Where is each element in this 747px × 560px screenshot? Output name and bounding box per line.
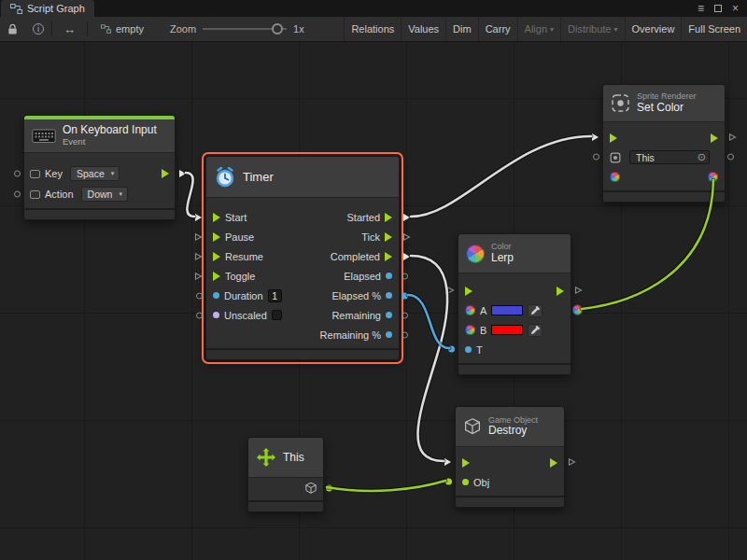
port-elapsed-out[interactable] (402, 273, 408, 280)
wire-this-to-destroy-obj[interactable] (327, 481, 445, 491)
graph-canvas[interactable]: On Keyboard Input Event Key Space ▾ Acti… (0, 42, 747, 560)
flow-in-arrow[interactable] (610, 133, 617, 143)
flow-in-arrow[interactable] (213, 252, 220, 261)
flow-out-arrow[interactable] (557, 287, 564, 296)
eyedropper-button[interactable] (528, 304, 543, 317)
node-header[interactable]: Game Object Destroy (456, 407, 564, 447)
node-this[interactable]: This (247, 437, 324, 512)
flow-in-arrow[interactable] (213, 272, 220, 281)
window-close-icon[interactable]: × (732, 3, 739, 14)
port-remaining-pct-out[interactable] (402, 332, 408, 339)
color-port-icon[interactable] (465, 305, 475, 315)
float-port-dot[interactable] (213, 292, 219, 299)
float-port-dot[interactable] (386, 312, 392, 318)
trigger-flow-arrow[interactable] (162, 169, 169, 178)
gameobject-port-dot[interactable] (462, 479, 469, 485)
toolbar-button-carry[interactable]: Carry (478, 17, 517, 41)
fit-width-button[interactable]: ↔ (52, 17, 87, 41)
color-swatch-a[interactable] (491, 305, 523, 315)
object-picker-icon[interactable]: ⊙ (698, 152, 706, 162)
bool-port-dot[interactable] (213, 312, 219, 318)
port-result-out[interactable] (572, 305, 583, 315)
port-resume-in[interactable] (194, 252, 203, 261)
float-port-dot[interactable] (386, 292, 392, 299)
tab-script-graph[interactable]: Script Graph (1, 0, 94, 17)
port-obj-in[interactable] (445, 479, 452, 485)
node-timer[interactable]: Timer Start Started Pause Tick Resume Co… (205, 156, 400, 360)
node-header[interactable]: Sprite Renderer Set Color (603, 85, 725, 122)
flow-out-arrow[interactable] (550, 458, 557, 468)
node-header[interactable]: Color Lerp (458, 234, 571, 273)
float-port-dot[interactable] (386, 273, 392, 279)
window-maximize-icon[interactable] (714, 5, 722, 12)
flow-out-arrow[interactable] (385, 213, 392, 222)
toolbar-button-dim[interactable]: Dim (445, 17, 478, 41)
flow-out-arrow[interactable] (385, 232, 392, 242)
port-duration-in[interactable] (196, 293, 203, 300)
toolbar-button-relations[interactable]: Relations (344, 17, 401, 41)
flow-out-arrow[interactable] (385, 252, 392, 261)
port-renderer-out[interactable] (727, 154, 734, 161)
toolbar-button-overview[interactable]: Overview (625, 17, 682, 41)
duration-value-field[interactable]: 1 (268, 289, 282, 302)
eyedropper-button[interactable] (528, 324, 543, 337)
lock-button[interactable] (0, 17, 25, 41)
target-object-field[interactable]: This ⊙ (629, 150, 710, 164)
graph-reference[interactable]: empty (101, 23, 144, 35)
port-unscaled-in[interactable] (196, 313, 203, 319)
wire-keyboard-to-timer-start[interactable] (186, 173, 194, 217)
port-flow-out[interactable] (728, 133, 737, 142)
port-t-in[interactable] (448, 346, 455, 353)
port-this-out[interactable] (326, 485, 332, 492)
port-elapsed-pct-out[interactable] (402, 293, 408, 300)
port-key-in[interactable] (14, 171, 21, 177)
float-port-dot[interactable] (465, 346, 472, 353)
info-button[interactable]: i (25, 17, 51, 41)
port-flow-in[interactable] (446, 286, 455, 295)
flow-in-arrow[interactable] (213, 213, 220, 222)
port-remaining-out[interactable] (402, 313, 408, 319)
node-on-keyboard-input[interactable]: On Keyboard Input Event Key Space ▾ Acti… (23, 115, 176, 220)
port-started-out[interactable] (402, 213, 411, 222)
wire-elapsed-pct-to-lerp-t[interactable] (408, 295, 449, 348)
node-header[interactable]: On Keyboard Input Event (24, 119, 175, 153)
toolbar-button-fullscreen[interactable]: Full Screen (681, 17, 747, 41)
zoom-slider-thumb[interactable] (272, 23, 283, 35)
flow-in-arrow[interactable] (213, 232, 220, 242)
flow-in-arrow[interactable] (465, 287, 472, 296)
port-flow-in[interactable] (444, 457, 452, 467)
gameobject-cube-icon[interactable] (304, 482, 317, 495)
color-port-icon[interactable] (465, 325, 475, 335)
unscaled-checkbox[interactable] (272, 310, 282, 320)
port-flow-out[interactable] (574, 286, 583, 295)
port-action-in[interactable] (14, 191, 21, 198)
node-color-lerp[interactable]: Color Lerp A B (458, 233, 571, 375)
port-tick-out[interactable] (402, 232, 411, 242)
key-dropdown[interactable]: Space ▾ (70, 166, 120, 181)
port-label-resume: Resume (225, 251, 263, 262)
port-pause-in[interactable] (194, 232, 203, 242)
color-input-port-icon[interactable] (610, 172, 620, 182)
toolbar-button-values[interactable]: Values (401, 17, 445, 41)
float-port-dot[interactable] (386, 331, 392, 338)
node-header[interactable]: Timer (206, 157, 399, 198)
window-menu-icon[interactable]: ≡ (698, 3, 704, 14)
port-flow-out[interactable] (568, 457, 576, 467)
color-port-icon[interactable] (708, 172, 718, 182)
node-set-color[interactable]: Sprite Renderer Set Color This ⊙ (602, 84, 726, 203)
wire-timer-completed-to-destroy[interactable] (411, 256, 447, 461)
port-start-in[interactable] (194, 213, 203, 222)
node-destroy[interactable]: Game Object Destroy Obj (455, 406, 565, 508)
port-target-in[interactable] (593, 154, 599, 161)
node-header[interactable]: This (248, 438, 323, 478)
port-completed-out[interactable] (402, 252, 411, 261)
zoom-slider[interactable] (203, 22, 287, 35)
port-toggle-in[interactable] (194, 272, 203, 281)
flow-out-arrow[interactable] (711, 133, 718, 143)
flow-in-arrow[interactable] (462, 458, 470, 468)
port-trigger-out[interactable] (178, 169, 187, 178)
color-swatch-b[interactable] (491, 325, 523, 335)
port-flow-in[interactable] (591, 133, 599, 142)
action-dropdown[interactable]: Down ▾ (81, 187, 128, 202)
wire-timer-started-to-setcolor[interactable] (411, 136, 591, 217)
